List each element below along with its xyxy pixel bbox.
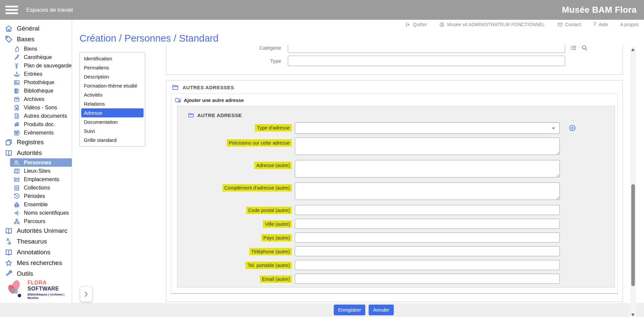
sidebar-item-label: Thesaurus xyxy=(17,238,47,245)
field-telephone-autre-input[interactable] xyxy=(295,246,560,256)
sidebar-item-general[interactable]: Général xyxy=(0,23,72,34)
sidebar-item-mes-recherches[interactable]: Mes recherches xyxy=(0,258,72,268)
field-label-ville-autre: Ville (autre) xyxy=(263,220,292,228)
sidebar-item-registres[interactable]: Registres xyxy=(0,137,72,148)
sidebar-item-label: Personnes xyxy=(24,160,51,166)
sidebar-item-label: Outils xyxy=(17,270,33,277)
tab-formation-theme-etudie[interactable]: Formation-thème etudié xyxy=(80,81,145,90)
expand-panel-button[interactable] xyxy=(80,286,92,302)
logo-name-primary: FLORA xyxy=(28,280,47,285)
save-button[interactable]: Enregistrer xyxy=(334,305,365,315)
sidebar-item-produits-doc[interactable]: Produits doc. xyxy=(0,120,72,128)
contact-link[interactable]: Contact xyxy=(557,22,581,28)
sidebar-item-outils[interactable]: Outils xyxy=(0,268,72,279)
sidebar-item-biens[interactable]: Biens xyxy=(0,45,72,53)
field-row-adresse-autre: Adresse (autre) xyxy=(177,160,614,179)
tab-activites[interactable]: Activités xyxy=(80,90,145,99)
sidebar-item-bibliotheque[interactable]: Bibliothèque xyxy=(0,87,72,95)
sidebar-item-videos-sons[interactable]: Vidéos - Sons xyxy=(0,103,72,112)
sidebar-item-emplacements[interactable]: Emplacements xyxy=(0,175,72,183)
tab-identification[interactable]: Identification xyxy=(80,54,145,63)
scroll-down-arrow[interactable] xyxy=(631,314,635,316)
sidebar-item-label: Autorités xyxy=(17,149,42,157)
tab-relations[interactable]: Relations xyxy=(80,99,145,108)
field-type-d-adresse-select[interactable] xyxy=(295,122,560,134)
sidebar-item-label: Ensemble xyxy=(24,202,48,208)
subsection-title: AUTRE ADRESSE xyxy=(197,112,242,118)
scrollbar-thumb[interactable] xyxy=(631,184,635,286)
user-circle-icon xyxy=(439,22,445,28)
sidebar-item-periodes[interactable]: Périodes xyxy=(0,192,72,200)
tab-permaliens[interactable]: Permaliens xyxy=(80,63,145,72)
add-address-link[interactable]: Ajouter une autre adresse xyxy=(174,96,615,106)
sidebar-item-lieux-sites[interactable]: Lieux-Sites xyxy=(0,167,72,175)
section-title: AUTRES ADRESSES xyxy=(182,85,234,90)
sidebar-item-label: Bibliothèque xyxy=(24,88,53,94)
field-categorie-input[interactable] xyxy=(288,45,565,53)
footer-bar: Enregistrer Annuler xyxy=(0,303,644,317)
list-icon[interactable] xyxy=(570,45,577,51)
logout-icon xyxy=(405,22,411,28)
scroll-up-arrow[interactable] xyxy=(631,48,635,51)
workspace-label[interactable]: Espaces de travail xyxy=(26,7,73,13)
field-precisions-sur-cette-adresse-textarea[interactable] xyxy=(295,138,560,155)
field-action-icons xyxy=(570,45,588,51)
tab-grille-standard[interactable]: Grille standard xyxy=(80,136,145,145)
sidebar-item-ensemble[interactable]: Ensemble xyxy=(0,200,72,209)
vertical-scrollbar[interactable] xyxy=(630,47,636,317)
circle-plus-icon[interactable] xyxy=(569,124,576,132)
tab-adresse[interactable]: Adresse xyxy=(81,108,144,117)
sidebar-item-label: Périodes xyxy=(24,193,45,199)
sidebar-item-parcours[interactable]: Parcours xyxy=(0,217,72,225)
sidebar-item-evenements[interactable]: Evènements xyxy=(0,128,72,137)
sidebar-item-personnes[interactable]: Personnes xyxy=(10,158,72,167)
sidebar-item-phototheque[interactable]: Photothèque xyxy=(0,78,72,87)
home-icon xyxy=(5,24,13,33)
sidebar-item-collections[interactable]: Collections xyxy=(0,183,72,192)
field-type-input[interactable] xyxy=(288,56,565,66)
sidebar-item-autres-documents[interactable]: Autres documents xyxy=(0,112,72,120)
field-tel-portable-autre-input[interactable] xyxy=(295,260,560,270)
field-complement-d-adresse-autre-textarea[interactable] xyxy=(295,182,560,200)
sidebar-item-bases[interactable]: Bases xyxy=(0,34,72,45)
inbox-download-icon xyxy=(13,71,20,77)
sidebar-item-archives[interactable]: Archives xyxy=(0,95,72,103)
sidebar-item-label: Produits doc. xyxy=(24,121,55,127)
quit-link[interactable]: Quitter xyxy=(405,22,427,28)
video-file-icon xyxy=(13,104,20,111)
sidebar-item-label: Registres xyxy=(17,139,44,146)
tab-description[interactable]: Description xyxy=(80,72,145,81)
paper-stack-icon xyxy=(13,121,20,128)
sidebar-item-noms-scientifiques[interactable]: Noms scientifiques xyxy=(0,209,72,217)
sidebar-item-annotations[interactable]: Annotations xyxy=(0,247,72,258)
field-ville-autre-input[interactable] xyxy=(295,219,560,229)
sidebar-item-carotheque[interactable]: Carothèque xyxy=(0,53,72,61)
field-email-autre-input[interactable] xyxy=(295,274,560,284)
about-link[interactable]: A propos xyxy=(620,22,639,27)
field-row-type: Type xyxy=(166,56,623,66)
sidebar-item-autorites[interactable]: Autorités xyxy=(0,148,72,158)
hamburger-menu-icon[interactable] xyxy=(5,4,18,16)
field-pays-autre-input[interactable] xyxy=(295,232,560,243)
sidebar-item-thesaurus[interactable]: A↓↑BThesaurus xyxy=(0,236,72,247)
sidebar-item-entrees[interactable]: Entrées xyxy=(0,70,72,78)
carrot-icon xyxy=(13,54,20,61)
tab-suivi[interactable]: Suivi xyxy=(80,126,145,136)
envelope-icon xyxy=(557,22,563,28)
sidebar-item-autorites-unimarc[interactable]: Autorités Unimarc xyxy=(0,225,72,236)
page-title: Création / Personnes / Standard xyxy=(79,33,218,44)
form-top-section: CatégorieType xyxy=(166,45,623,75)
cancel-button[interactable]: Annuler xyxy=(369,305,393,315)
folder-plus-icon xyxy=(175,97,181,103)
user-account-link[interactable]: Musée v4 ADMINISTRATEUR FONCTIONNEL xyxy=(439,22,545,28)
field-row-type-d-adresse: Type d'adresse xyxy=(177,122,614,134)
search-icon[interactable] xyxy=(581,45,588,51)
tab-documentation[interactable]: Documentation xyxy=(80,117,145,126)
field-label-type-d-adresse: Type d'adresse xyxy=(255,124,292,131)
tag-icon xyxy=(5,35,13,43)
sidebar-item-plan-de-sauvegarde[interactable]: Plan de sauvegarde xyxy=(0,61,72,70)
field-adresse-autre-textarea[interactable] xyxy=(295,160,560,177)
sidebar-item-label: Noms scientifiques xyxy=(24,210,69,216)
help-link[interactable]: ? Aide xyxy=(593,21,608,28)
field-code-postal-autre-input[interactable] xyxy=(295,205,560,215)
